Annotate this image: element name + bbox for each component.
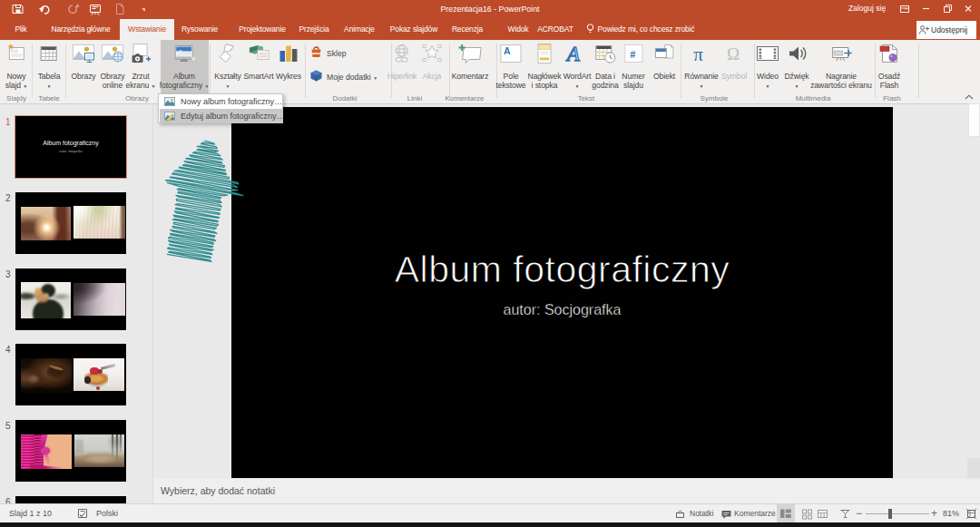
svg-text:#: # [630,49,635,60]
svg-text:Ω: Ω [727,44,740,63]
svg-text:π: π [693,44,703,65]
svg-text:A: A [565,43,581,65]
svg-text:A: A [504,45,511,56]
